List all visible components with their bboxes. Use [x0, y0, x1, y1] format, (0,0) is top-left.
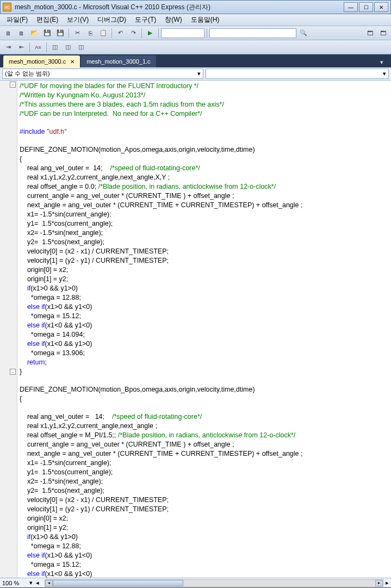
chevron-down-icon[interactable]: ▾	[29, 579, 33, 586]
fold-toggle[interactable]: −	[10, 82, 16, 88]
tab-mesh-motion-3000-1[interactable]: mesh_motion_3000_1.c	[81, 55, 156, 67]
code-line: DEFINE_ZONE_MOTION(motion_Apos,omega,axi…	[20, 146, 255, 153]
tab-label: mesh_motion_3000_1.c	[86, 58, 150, 65]
find-dropdown[interactable]	[209, 28, 296, 38]
code-line: x1= -1.5*sin(current_angle);	[20, 211, 111, 218]
separator	[111, 28, 112, 38]
close-tab-icon[interactable]: ✕	[70, 59, 75, 65]
zoom-level[interactable]: 100 %	[2, 580, 29, 586]
split-arrow-icon[interactable]: ▸	[386, 579, 389, 586]
scroll-left-arrow[interactable]: ◂	[45, 580, 53, 586]
open-icon[interactable]: 📂	[28, 28, 40, 39]
code-comment: /*speed of fluid-rotating-core*/	[110, 164, 200, 172]
scope-dropdown[interactable]: (알 수 없는 범위)▾	[2, 69, 203, 79]
bookmark-prev-icon[interactable]: ◫	[75, 42, 87, 53]
separator	[29, 42, 30, 52]
code-comment: /*Blade position, in radians, anticlockw…	[98, 183, 276, 190]
code-line: *omega = 13.906;	[20, 349, 85, 357]
menu-view[interactable]: 보기(V)	[63, 14, 93, 26]
fold-toggle[interactable]: −	[10, 369, 16, 375]
code-line: origin[1] = y2;	[20, 275, 68, 283]
menu-debug[interactable]: 디버그(D)	[93, 14, 131, 26]
new-project-icon[interactable]: 🗎	[2, 28, 14, 39]
separator	[158, 28, 159, 38]
code-line: y2= 1.5*cos(next_angle);	[20, 238, 104, 246]
code-line: real ang_vel_outer = 14;	[20, 164, 110, 172]
code-line: next_angle = ang_vel_outer * (CURRENT_TI…	[20, 201, 302, 209]
code-line: real offset_angle = M_PI/1.5;;	[20, 431, 118, 439]
tab-label: mesh_motion_3000.c	[9, 58, 66, 65]
find-icon[interactable]: 🔍	[297, 28, 309, 39]
maximize-button[interactable]: ☐	[359, 2, 373, 12]
indent-icon[interactable]: ⇥	[2, 42, 14, 53]
code-line: DEFINE_ZONE_MOTION(motion_Bpos,omega,axi…	[20, 386, 255, 393]
code-line: *omega = 15.12;	[20, 561, 81, 568]
code-line: origin[1] = y2;	[20, 524, 68, 531]
code-line: current_angle = ang_vel_outer * (CURRENT…	[20, 192, 234, 200]
paste-icon[interactable]: 📋	[97, 28, 109, 39]
scope-value: (알 수 없는 범위)	[5, 70, 50, 78]
code-line: *omega = 14.094;	[20, 331, 85, 338]
code-line: real x1,y1,x2,y2,current_angle,next_angl…	[20, 174, 170, 181]
code-line: {	[20, 395, 22, 403]
code-line: origin[0] = x2;	[20, 515, 68, 522]
save-all-icon[interactable]: 💾	[54, 28, 66, 39]
bookmark-icon[interactable]: ◫	[49, 42, 61, 53]
scroll-thumb[interactable]	[53, 580, 183, 586]
code-nav-bar: (알 수 없는 범위)▾ ▾	[0, 67, 391, 81]
separator	[207, 28, 207, 38]
code-line: current_angle = ang_vel_outer * (CURRENT…	[20, 441, 234, 448]
separator	[69, 28, 69, 38]
copy-icon[interactable]: ⎘	[84, 28, 96, 39]
config-dropdown[interactable]	[161, 28, 204, 38]
comment-icon[interactable]: A≡	[32, 42, 44, 53]
code-comment: /*Blade position, in radians, anticlockw…	[118, 431, 296, 439]
document-tab-bar: mesh_motion_3000.c ✕ mesh_motion_3000_1.…	[0, 54, 391, 67]
menu-file[interactable]: 파일(F)	[2, 14, 32, 26]
bookmark-next-icon[interactable]: ◫	[62, 42, 74, 53]
horizontal-scrollbar[interactable]: ◂ ▸	[45, 579, 383, 587]
code-line: next_angle = ang_vel_outer * (CURRENT_TI…	[20, 450, 302, 457]
code-comment: /*UDF can be run Interpreted. No need fo…	[20, 110, 202, 117]
cut-icon[interactable]: ✂	[71, 28, 83, 39]
minimize-button[interactable]: —	[344, 2, 358, 12]
title-bar: vc mesh_motion_3000.c - Microsoft Visual…	[0, 0, 391, 14]
editor-footer: 100 % ▾ ◂ ◂ ▸ ▸	[0, 578, 391, 587]
code-line: origin[0] = x2;	[20, 266, 68, 274]
split-arrow-icon[interactable]: ◂	[36, 579, 39, 586]
menu-edit[interactable]: 편집(E)	[32, 14, 63, 26]
member-dropdown[interactable]: ▾	[206, 69, 389, 79]
add-item-icon[interactable]: 🗎	[15, 28, 27, 39]
toolbar-main: 🗎 🗎 📂 💾 💾 ✂ ⎘ 📋 ↶ ↷ ▶ 🔍 🗔 🗔	[0, 26, 391, 40]
window-title: mesh_motion_3000.c - Microsoft Visual C+…	[15, 3, 343, 12]
code-comment: /*UDF for moving the blades for the FLUE…	[20, 82, 198, 90]
menu-tools[interactable]: 도구(T)	[131, 14, 160, 26]
code-line: y1= 1.5*cos(current_angle);	[20, 220, 113, 227]
chevron-down-icon: ▾	[383, 70, 386, 77]
chevron-down-icon: ▾	[197, 70, 201, 77]
solution-explorer-icon[interactable]: 🗔	[364, 28, 376, 39]
redo-icon[interactable]: ↷	[127, 28, 139, 39]
scroll-right-arrow[interactable]: ▸	[375, 580, 383, 586]
menu-help[interactable]: 도움말(H)	[187, 14, 224, 26]
code-str: "udf.h"	[45, 128, 67, 135]
outdent-icon[interactable]: ⇤	[15, 42, 27, 53]
code-line: y1= 1.5*cos(current_angle);	[20, 468, 113, 476]
properties-icon[interactable]: 🗔	[377, 28, 389, 39]
menu-window[interactable]: 창(W)	[160, 14, 186, 26]
code-line: x2= -1.5*sin(next_angle);	[20, 229, 103, 237]
tab-dropdown-icon[interactable]: ▾	[376, 57, 388, 67]
tab-mesh-motion-3000[interactable]: mesh_motion_3000.c ✕	[3, 55, 80, 67]
undo-icon[interactable]: ↶	[114, 28, 126, 39]
code-line: velocity[1] = (y2 - y1) / CURRENT_TIMEST…	[20, 257, 169, 264]
editor: − − /*UDF for moving the blades for the …	[0, 81, 391, 578]
close-button[interactable]: ✕	[374, 2, 388, 12]
code-line: velocity[0] = (x2 - x1) / CURRENT_TIMEST…	[20, 247, 169, 255]
code-area[interactable]: /*UDF for moving the blades for the FLUE…	[17, 81, 391, 578]
save-icon[interactable]: 💾	[41, 28, 53, 39]
menu-bar: 파일(F) 편집(E) 보기(V) 디버그(D) 도구(T) 창(W) 도움말(…	[0, 14, 391, 26]
run-icon[interactable]: ▶	[144, 28, 156, 39]
code-comment: /*Written by Kyungnam Ko, August 2013*/	[20, 91, 145, 99]
code-line: real ang_vel_outer = 14;	[20, 413, 112, 420]
code-line: }	[20, 368, 22, 375]
